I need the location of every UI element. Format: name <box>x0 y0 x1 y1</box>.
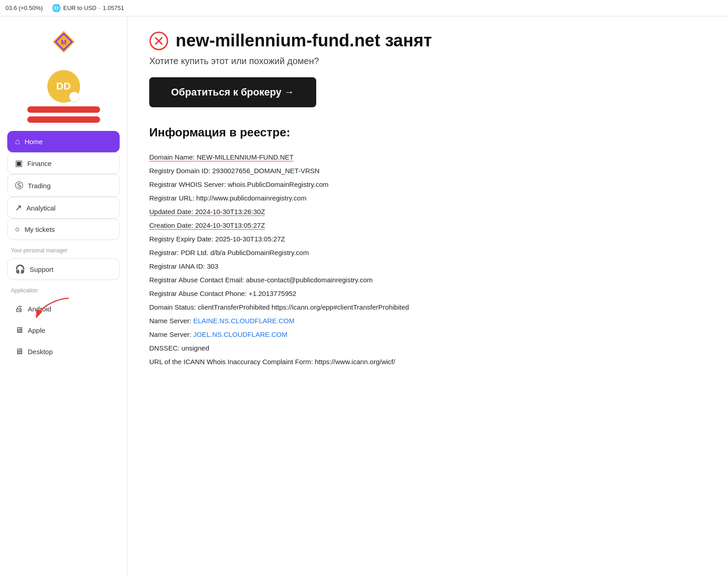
ticker-item-eur: 🌐 EUR to USD · 1.05751 <box>52 4 124 12</box>
sidebar-apple-label: Apple <box>28 326 45 334</box>
logo-area: M <box>7 25 120 62</box>
whois-line-registrar-url: Registrar URL: http://www.publicdomainre… <box>149 191 706 205</box>
domain-subtitle: Хотите купить этот или похожий домен? <box>149 56 706 66</box>
whois-line-registrar: Registrar: PDR Ltd. d/b/a PublicDomainRe… <box>149 246 706 260</box>
whois-line-ns2: Name Server: JOEL.NS.CLOUDFLARE.COM <box>149 328 706 341</box>
broker-button[interactable]: Обратиться к брокеру → <box>149 77 316 107</box>
ticker-currency-rate: · <box>99 5 101 11</box>
sidebar-item-my-tickets-label: My tickets <box>25 225 55 233</box>
avatar-section: DD ✏ <box>7 65 120 128</box>
user-name-bar <box>27 106 100 113</box>
whois-line-dnssec: DNSSEC: unsigned <box>149 341 706 355</box>
whois-line-creation-date: Creation Date: 2024-10-30T13:05:27Z <box>149 219 706 232</box>
whois-line-expiry-date: Registry Expiry Date: 2025-10-30T13:05:2… <box>149 232 706 246</box>
sidebar-item-support[interactable]: 🎧 Support <box>7 258 120 280</box>
avatar-initials: DD <box>56 80 71 92</box>
application-label: Application <box>7 283 120 296</box>
support-icon: 🎧 <box>15 264 25 274</box>
trading-icon: Ⓢ <box>15 180 23 191</box>
registry-title: Информация в реестре: <box>149 125 706 140</box>
ticker-bar: 03.6 (+0.50%) 🌐 EUR to USD · 1.05751 <box>0 0 728 16</box>
whois-line-registry-id: Registry Domain ID: 2930027656_DOMAIN_NE… <box>149 164 706 178</box>
sidebar-item-finance-label: Finance <box>27 160 51 167</box>
flag-icon: 🌐 <box>52 4 61 12</box>
sidebar-nav: ⌂ Home ▣ Finance Ⓢ Trading ↗ Analytical … <box>7 131 120 240</box>
tickets-icon: ○ <box>15 225 20 234</box>
logo-icon: M <box>51 29 76 55</box>
main-layout: M DD ✏ ⌂ Home ▣ Finance Ⓢ Trading <box>0 16 728 576</box>
whois-line-iana-id: Registrar IANA ID: 303 <box>149 260 706 273</box>
domain-header: new-millennium-fund.net занят <box>149 31 706 50</box>
analytical-icon: ↗ <box>15 203 22 213</box>
apple-icon: 🖥 <box>15 326 23 335</box>
whois-line-abuse-phone: Registrar Abuse Contact Phone: +1.201377… <box>149 287 706 301</box>
sidebar-item-analytical[interactable]: ↗ Analytical <box>7 197 120 219</box>
main-content: new-millennium-fund.net занят Хотите куп… <box>127 16 728 576</box>
domain-title: new-millennium-fund.net занят <box>176 31 432 50</box>
sidebar-item-home[interactable]: ⌂ Home <box>7 131 120 152</box>
ticker-rate-value: 1.05751 <box>103 5 124 11</box>
avatar: DD ✏ <box>47 70 80 103</box>
home-icon: ⌂ <box>15 137 20 146</box>
sidebar-item-trading[interactable]: Ⓢ Trading <box>7 174 120 197</box>
avatar-edit-button[interactable]: ✏ <box>69 92 79 102</box>
sidebar-item-my-tickets[interactable]: ○ My tickets <box>7 219 120 240</box>
desktop-icon: 🖥 <box>15 347 23 356</box>
sidebar-item-home-label: Home <box>25 138 43 145</box>
ticker-currency-pair: EUR to USD <box>63 5 96 11</box>
app-section: 🖨 Android 🖥 Apple 🖥 Desktop <box>7 298 120 362</box>
whois-link-ns2: JOEL.NS.CLOUDFLARE.COM <box>193 331 288 338</box>
ticker-item-index: 03.6 (+0.50%) <box>5 5 43 11</box>
error-icon <box>149 31 168 50</box>
whois-line-updated-date: Updated Date: 2024-10-30T13:26:30Z <box>149 205 706 219</box>
whois-line-ns1: Name Server: ELAINE.NS.CLOUDFLARE.COM <box>149 314 706 328</box>
whois-line-url-complaint: URL of the ICANN Whois Inaccuracy Compla… <box>149 355 706 369</box>
sidebar-support-label: Support <box>30 265 54 273</box>
ticker-index-value: 03.6 (+0.50%) <box>5 5 43 11</box>
whois-line-domain-status: Domain Status: clientTransferProhibited … <box>149 301 706 314</box>
sidebar: M DD ✏ ⌂ Home ▣ Finance Ⓢ Trading <box>0 16 127 576</box>
sidebar-item-desktop[interactable]: 🖥 Desktop <box>7 341 120 362</box>
whois-line-whois-server: Registrar WHOIS Server: whois.PublicDoma… <box>149 178 706 191</box>
android-icon: 🖨 <box>15 304 23 314</box>
sidebar-item-analytical-label: Analytical <box>26 204 56 212</box>
personal-manager-label: Your personal manager <box>7 243 120 255</box>
red-arrow-annotation <box>32 296 73 323</box>
whois-block: Domain Name: NEW-MILLENNIUM-FUND.NETRegi… <box>149 150 706 369</box>
whois-link-ns1: ELAINE.NS.CLOUDFLARE.COM <box>193 317 295 325</box>
sidebar-item-trading-label: Trading <box>28 182 51 190</box>
sidebar-desktop-label: Desktop <box>28 348 53 356</box>
sidebar-item-finance[interactable]: ▣ Finance <box>7 152 120 174</box>
whois-line-abuse-email: Registrar Abuse Contact Email: abuse-con… <box>149 273 706 287</box>
user-id-bar <box>27 116 100 123</box>
whois-line-domain-name: Domain Name: NEW-MILLENNIUM-FUND.NET <box>149 150 706 164</box>
svg-text:M: M <box>61 39 66 46</box>
finance-icon: ▣ <box>15 158 23 168</box>
